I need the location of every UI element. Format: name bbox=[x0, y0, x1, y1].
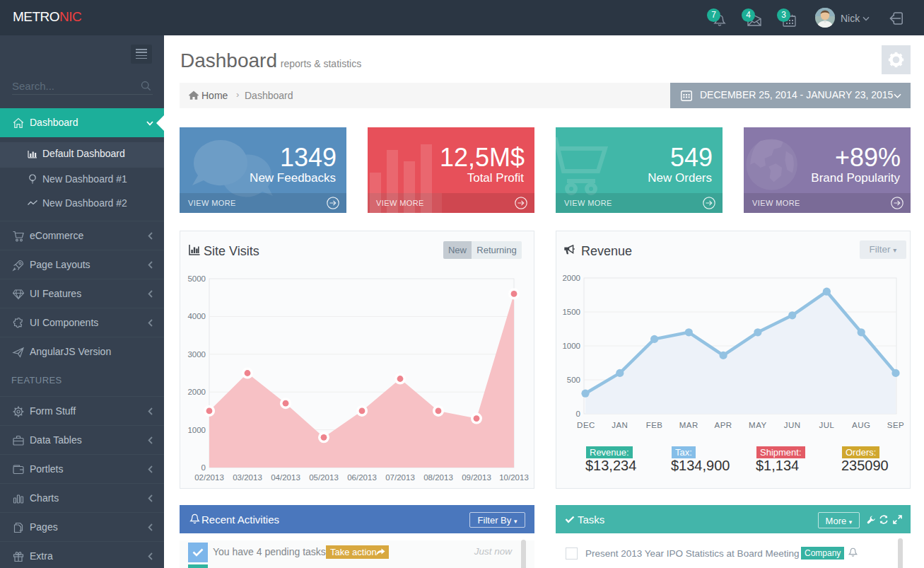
svg-text:0: 0 bbox=[576, 410, 580, 418]
svg-text:1000: 1000 bbox=[187, 426, 206, 434]
svg-text:500: 500 bbox=[567, 376, 580, 384]
svg-text:05/2013: 05/2013 bbox=[309, 473, 339, 482]
svg-text:AUG: AUG bbox=[852, 421, 870, 429]
svg-text:1000: 1000 bbox=[562, 342, 580, 350]
svg-text:JAN: JAN bbox=[612, 421, 628, 429]
svg-text:APR: APR bbox=[715, 421, 732, 429]
svg-text:02/2013: 02/2013 bbox=[194, 473, 224, 482]
svg-text:03/2013: 03/2013 bbox=[233, 473, 262, 482]
svg-text:DEC: DEC bbox=[577, 421, 595, 429]
svg-text:09/2013: 09/2013 bbox=[462, 473, 491, 482]
svg-text:07/2013: 07/2013 bbox=[385, 473, 415, 482]
svg-text:4000: 4000 bbox=[187, 312, 206, 320]
svg-text:MAR: MAR bbox=[679, 421, 698, 429]
svg-text:FEB: FEB bbox=[646, 421, 663, 429]
svg-text:JUL: JUL bbox=[819, 421, 834, 429]
svg-text:06/2013: 06/2013 bbox=[347, 473, 377, 482]
svg-text:04/2013: 04/2013 bbox=[271, 473, 300, 482]
svg-text:JUN: JUN bbox=[784, 421, 801, 429]
svg-text:2000: 2000 bbox=[562, 274, 580, 282]
svg-text:08/2013: 08/2013 bbox=[423, 473, 453, 482]
svg-text:SEP: SEP bbox=[887, 421, 905, 429]
svg-text:1500: 1500 bbox=[562, 308, 580, 316]
svg-text:10/2013: 10/2013 bbox=[499, 473, 529, 482]
svg-text:3000: 3000 bbox=[187, 350, 206, 359]
svg-text:5000: 5000 bbox=[187, 274, 206, 283]
svg-text:MAY: MAY bbox=[749, 421, 767, 429]
svg-text:2000: 2000 bbox=[187, 388, 206, 396]
svg-text:0: 0 bbox=[201, 463, 206, 472]
